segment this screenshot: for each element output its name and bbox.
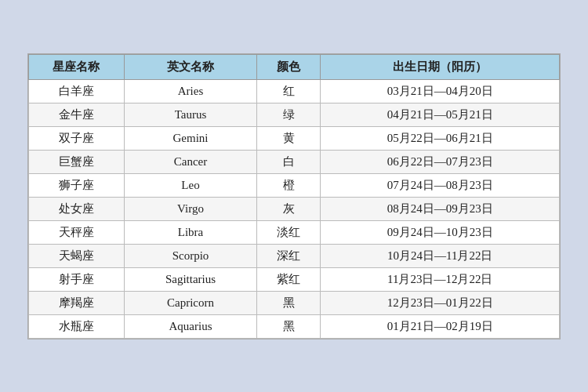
table-row: 射手座Sagittarius紫红11月23日—12月22日	[29, 267, 560, 291]
cell-date: 05月22日—06月21日	[321, 126, 560, 150]
cell-chinese: 天蝎座	[29, 244, 125, 267]
header-date: 出生日期（阳历）	[321, 54, 560, 79]
cell-english: Virgo	[124, 197, 256, 220]
cell-chinese: 双子座	[29, 126, 125, 150]
zodiac-table-container: 星座名称 英文名称 颜色 出生日期（阳历） 白羊座Aries红03月21日—04…	[27, 53, 561, 339]
cell-color: 橙	[257, 173, 321, 197]
cell-english: Aquarius	[124, 314, 256, 338]
cell-chinese: 处女座	[29, 197, 125, 220]
cell-english: Leo	[124, 173, 256, 197]
cell-color: 黄	[257, 126, 321, 150]
table-row: 天秤座Libra淡红09月24日—10月23日	[29, 220, 560, 244]
cell-date: 08月24日—09月23日	[321, 197, 560, 220]
table-header-row: 星座名称 英文名称 颜色 出生日期（阳历）	[29, 54, 560, 79]
cell-chinese: 巨蟹座	[29, 150, 125, 173]
cell-english: Aries	[124, 79, 256, 103]
table-row: 巨蟹座Cancer白06月22日—07月23日	[29, 150, 560, 173]
cell-color: 黑	[257, 291, 321, 314]
cell-color: 深红	[257, 244, 321, 267]
cell-english: Libra	[124, 220, 256, 244]
header-english: 英文名称	[124, 54, 256, 79]
cell-english: Taurus	[124, 103, 256, 126]
cell-date: 03月21日—04月20日	[321, 79, 560, 103]
table-row: 白羊座Aries红03月21日—04月20日	[29, 79, 560, 103]
cell-english: Gemini	[124, 126, 256, 150]
cell-chinese: 白羊座	[29, 79, 125, 103]
cell-color: 紫红	[257, 267, 321, 291]
table-row: 狮子座Leo橙07月24日—08月23日	[29, 173, 560, 197]
cell-color: 灰	[257, 197, 321, 220]
cell-chinese: 狮子座	[29, 173, 125, 197]
table-row: 摩羯座Capricorn黑12月23日—01月22日	[29, 291, 560, 314]
header-color: 颜色	[257, 54, 321, 79]
cell-chinese: 金牛座	[29, 103, 125, 126]
header-chinese: 星座名称	[29, 54, 125, 79]
cell-date: 07月24日—08月23日	[321, 173, 560, 197]
cell-date: 10月24日—11月22日	[321, 244, 560, 267]
cell-chinese: 射手座	[29, 267, 125, 291]
table-row: 处女座Virgo灰08月24日—09月23日	[29, 197, 560, 220]
cell-date: 12月23日—01月22日	[321, 291, 560, 314]
cell-color: 白	[257, 150, 321, 173]
table-row: 双子座Gemini黄05月22日—06月21日	[29, 126, 560, 150]
cell-english: Scorpio	[124, 244, 256, 267]
cell-date: 01月21日—02月19日	[321, 314, 560, 338]
table-row: 天蝎座Scorpio深红10月24日—11月22日	[29, 244, 560, 267]
cell-color: 黑	[257, 314, 321, 338]
cell-english: Cancer	[124, 150, 256, 173]
cell-color: 绿	[257, 103, 321, 126]
cell-chinese: 水瓶座	[29, 314, 125, 338]
cell-color: 淡红	[257, 220, 321, 244]
cell-english: Capricorn	[124, 291, 256, 314]
cell-date: 04月21日—05月21日	[321, 103, 560, 126]
cell-chinese: 摩羯座	[29, 291, 125, 314]
cell-date: 06月22日—07月23日	[321, 150, 560, 173]
cell-english: Sagittarius	[124, 267, 256, 291]
table-row: 水瓶座Aquarius黑01月21日—02月19日	[29, 314, 560, 338]
cell-date: 09月24日—10月23日	[321, 220, 560, 244]
cell-color: 红	[257, 79, 321, 103]
cell-date: 11月23日—12月22日	[321, 267, 560, 291]
cell-chinese: 天秤座	[29, 220, 125, 244]
table-body: 白羊座Aries红03月21日—04月20日金牛座Taurus绿04月21日—0…	[29, 79, 560, 338]
table-row: 金牛座Taurus绿04月21日—05月21日	[29, 103, 560, 126]
zodiac-table: 星座名称 英文名称 颜色 出生日期（阳历） 白羊座Aries红03月21日—04…	[28, 54, 560, 339]
